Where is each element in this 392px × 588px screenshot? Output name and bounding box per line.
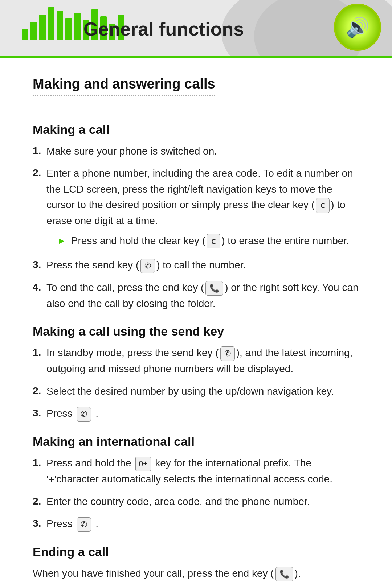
send-step-1-num: 1. — [33, 345, 46, 377]
making-call-step-1: 1. Make sure your phone is switched on. — [33, 143, 359, 159]
send-step-2-num: 2. — [33, 383, 46, 399]
step-2-num: 2. — [33, 165, 46, 250]
making-call-send-key-heading: Making a call using the send key — [33, 324, 359, 338]
intl-step-2: 2. Enter the country code, area code, an… — [33, 494, 359, 509]
main-section-title: Making and answering calls — [33, 76, 215, 96]
intl-step-2-num: 2. — [33, 494, 46, 509]
sub-bullet-text: Press and hold the clear key (c) to eras… — [71, 233, 349, 248]
bar-7 — [74, 13, 81, 40]
speaker-symbol: 🔊 — [346, 16, 369, 38]
step-2-subbullet: ► Press and hold the clear key (c) to er… — [46, 233, 359, 248]
step-3-text: Press the send key (✆) to call the numbe… — [46, 257, 359, 273]
intl-step-2-text: Enter the country code, area code, and t… — [46, 494, 359, 509]
send-key-2: ✆ — [220, 346, 235, 361]
step-1-num: 1. — [33, 143, 46, 159]
bar-3 — [39, 15, 46, 40]
bar-2 — [30, 22, 37, 40]
end-key-1: 📞 — [205, 281, 223, 296]
step-3-num: 3. — [33, 257, 46, 273]
making-a-call-heading: Making a call — [33, 123, 359, 137]
end-key-2: 📞 — [275, 567, 293, 581]
step-2-text: Enter a phone number, including the area… — [46, 165, 359, 250]
page-header: General functions 🔊 — [0, 0, 392, 58]
send-step-3-num: 3. — [33, 406, 46, 422]
clear-key-2: c — [207, 234, 220, 248]
send-key-4: ✆ — [77, 517, 91, 532]
intl-step-1: 1. Press and hold the 0± key for the int… — [33, 455, 359, 487]
intl-step-3-text: Press ✆ . — [46, 516, 359, 532]
making-call-step-2: 2. Enter a phone number, including the a… — [33, 165, 359, 250]
sound-icon: 🔊 — [334, 4, 381, 51]
bar-5 — [57, 11, 63, 40]
clear-key-1: c — [316, 198, 330, 213]
ending-call-heading: Ending a call — [33, 545, 359, 559]
bar-4 — [48, 7, 54, 40]
making-call-step-4: 4. To end the call, press the end key (📞… — [33, 280, 359, 311]
send-key-3: ✆ — [77, 407, 91, 422]
step-4-num: 4. — [33, 280, 46, 311]
intl-step-1-num: 1. — [33, 455, 46, 487]
making-international-heading: Making an international call — [33, 435, 359, 449]
intl-step-1-text: Press and hold the 0± key for the intern… — [46, 455, 359, 487]
zero-plus-key: 0± — [135, 457, 151, 471]
making-call-step-3: 3. Press the send key (✆) to call the nu… — [33, 257, 359, 273]
step-1-text: Make sure your phone is switched on. — [46, 143, 359, 159]
page-title: General functions — [83, 18, 244, 40]
send-step-2-text: Select the desired number by using the u… — [46, 383, 359, 399]
intl-step-3: 3. Press ✆ . — [33, 516, 359, 532]
intl-step-3-num: 3. — [33, 516, 46, 532]
ending-call-text: When you have finished your call, press … — [33, 566, 359, 581]
send-step-3-text: Press ✆ . — [46, 406, 359, 422]
header-green-underline — [0, 56, 392, 58]
step-4-text: To end the call, press the end key (📞) o… — [46, 280, 359, 311]
send-key-step-1: 1. In standby mode, press the send key (… — [33, 345, 359, 377]
bar-1 — [22, 29, 28, 40]
bar-6 — [65, 18, 72, 40]
bullet-triangle: ► — [57, 234, 66, 248]
send-key-step-2: 2. Select the desired number by using th… — [33, 383, 359, 399]
send-key-1: ✆ — [140, 259, 155, 273]
send-key-step-3: 3. Press ✆ . — [33, 406, 359, 422]
send-step-1-text: In standby mode, press the send key (✆),… — [46, 345, 359, 377]
main-content: Making and answering calls Making a call… — [0, 58, 392, 588]
